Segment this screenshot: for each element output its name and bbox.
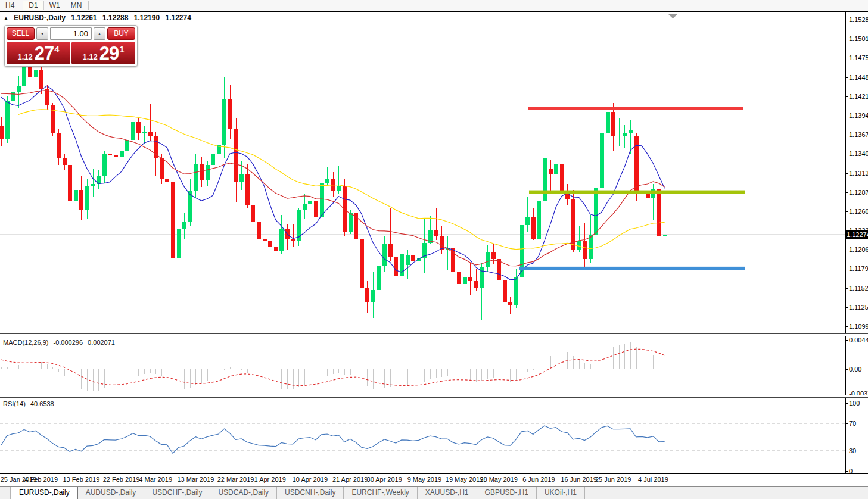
sell-price-button[interactable]: 1.12 27 4 bbox=[7, 42, 70, 64]
sell-button[interactable]: SELL bbox=[7, 27, 35, 40]
buy-button[interactable]: BUY bbox=[107, 27, 135, 40]
timeframe-button-mn[interactable]: MN bbox=[66, 1, 88, 10]
price-axis-tick: 1.13675 bbox=[849, 131, 868, 138]
candle-body bbox=[206, 165, 210, 180]
chart-tab-usdcad-daily[interactable]: USDCAD-,Daily bbox=[210, 487, 277, 499]
candle-body bbox=[411, 255, 415, 261]
rsi-label: RSI(14) 40.6538 bbox=[3, 400, 57, 407]
date-axis-label: 10 Apr 2019 bbox=[288, 476, 332, 483]
candle-body bbox=[222, 99, 226, 145]
panel-splitter[interactable] bbox=[0, 333, 868, 336]
price-axis-tickmark bbox=[846, 326, 848, 327]
candle-body bbox=[245, 174, 250, 206]
price-axis-tick: 1.12600 bbox=[849, 208, 868, 215]
price-axis-tickmark bbox=[846, 154, 848, 154]
candle-body bbox=[554, 164, 558, 174]
candle-body bbox=[388, 244, 393, 257]
candle-body bbox=[600, 133, 604, 188]
panel-splitter[interactable] bbox=[0, 395, 868, 398]
chevron-up-icon: ▲ bbox=[98, 32, 102, 36]
candle-body bbox=[457, 272, 461, 284]
price-axis-tick: 1.15285 bbox=[849, 16, 868, 23]
lower-support-line[interactable] bbox=[519, 267, 745, 270]
candle-body bbox=[182, 222, 186, 229]
sell-price-prefix: 1.12 bbox=[17, 52, 32, 61]
candle-body bbox=[102, 154, 107, 176]
chart-tab-usdcnh-daily[interactable]: USDCNH-,Daily bbox=[277, 487, 344, 499]
buy-price-main: 29 bbox=[99, 43, 119, 63]
candle-body bbox=[320, 183, 324, 217]
rsi-line bbox=[1, 426, 665, 453]
timeframe-button-h4[interactable]: H4 bbox=[0, 1, 20, 10]
candle-body bbox=[211, 154, 215, 165]
candle-body bbox=[486, 252, 490, 267]
price-axis-tickmark bbox=[846, 135, 848, 135]
chart-tab-xauusd-h1[interactable]: XAUUSD-,H1 bbox=[418, 487, 477, 499]
date-axis-label: 4 Feb 2019 bbox=[19, 476, 63, 483]
candle-body bbox=[274, 247, 278, 251]
candle-body bbox=[463, 277, 467, 284]
candle-body bbox=[136, 122, 141, 133]
rsi-axis-tickmark bbox=[846, 451, 848, 451]
toolbar-separator bbox=[21, 1, 21, 10]
price-axis-tick: 1.13135 bbox=[849, 170, 868, 177]
date-axis-label: 4 Mar 2019 bbox=[133, 476, 178, 483]
chart-tab-gbpusd-h1[interactable]: GBPUSD-,H1 bbox=[477, 487, 537, 499]
tabbar-spacer bbox=[0, 487, 11, 499]
candle-body bbox=[68, 165, 72, 201]
candle-body bbox=[57, 133, 61, 158]
candle-body bbox=[440, 236, 444, 250]
rsi-axis-tick: 70 bbox=[849, 420, 856, 427]
volume-increase-button[interactable]: ▲ bbox=[94, 27, 105, 40]
date-axis-label: 13 Mar 2019 bbox=[173, 476, 217, 483]
price-axis-tickmark bbox=[846, 269, 848, 269]
price-axis-tick: 1.10990 bbox=[849, 323, 868, 330]
buy-price-button[interactable]: 1.12 29 1 bbox=[71, 42, 135, 64]
candle-body bbox=[531, 217, 536, 239]
candle-body bbox=[279, 229, 284, 251]
buy-price-prefix: 1.12 bbox=[82, 52, 97, 61]
timeframe-button-d1[interactable]: D1 bbox=[23, 1, 43, 10]
candle-body bbox=[239, 174, 244, 182]
mid-support-line[interactable] bbox=[529, 191, 745, 194]
macd-signal-value: 0.002071 bbox=[88, 339, 115, 346]
date-axis[interactable]: 25 Jan 20194 Feb 201913 Feb 201922 Feb 2… bbox=[0, 474, 868, 486]
macd-axis-tickmark bbox=[846, 340, 848, 341]
rsi-panel[interactable] bbox=[0, 398, 845, 473]
collapse-panel-icon[interactable]: ▲ bbox=[4, 15, 8, 21]
candle-body bbox=[394, 257, 398, 276]
timeframe-button-w1[interactable]: W1 bbox=[44, 1, 66, 10]
chart-tab-usdchf-daily[interactable]: USDCHF-,Daily bbox=[144, 487, 210, 499]
chart-tab-eurusd-daily[interactable]: EURUSD-,Daily bbox=[11, 487, 78, 499]
resistance-line[interactable] bbox=[528, 107, 743, 110]
macd-main-value: -0.000296 bbox=[53, 339, 83, 346]
volume-input[interactable] bbox=[50, 27, 92, 40]
candle-body bbox=[17, 86, 21, 91]
chart-tab-audusd-daily[interactable]: AUDUSD-,Daily bbox=[78, 487, 145, 499]
candle-body bbox=[371, 290, 375, 303]
ma-medium bbox=[1, 91, 665, 266]
candle-body bbox=[142, 132, 147, 133]
ma-slow bbox=[18, 110, 665, 250]
sell-price-pip: 4 bbox=[54, 44, 59, 54]
candle-body bbox=[434, 230, 438, 236]
chart-tab-ukoil-h1[interactable]: UKOil-,H1 bbox=[537, 487, 585, 499]
candle-body bbox=[165, 179, 169, 182]
candle-body bbox=[34, 70, 38, 77]
date-axis-label: 9 May 2019 bbox=[402, 476, 446, 483]
chart-tab-eurchf-weekly[interactable]: EURCHF-,Weekly bbox=[344, 487, 417, 499]
candle-body bbox=[200, 164, 204, 181]
macd-panel[interactable] bbox=[0, 337, 845, 395]
volume-decrease-button[interactable]: ▼ bbox=[36, 27, 48, 40]
candle-body bbox=[549, 169, 553, 174]
candle-body bbox=[349, 213, 353, 231]
candle-body bbox=[257, 222, 261, 239]
candle-body bbox=[325, 179, 329, 183]
candle-body bbox=[91, 184, 95, 186]
candle-body bbox=[468, 277, 472, 281]
price-axis-tick: 1.14210 bbox=[849, 93, 868, 100]
candle-body bbox=[234, 129, 238, 182]
candle-body bbox=[268, 241, 272, 247]
candle-body bbox=[5, 101, 10, 139]
price-axis-tickmark bbox=[846, 307, 848, 308]
